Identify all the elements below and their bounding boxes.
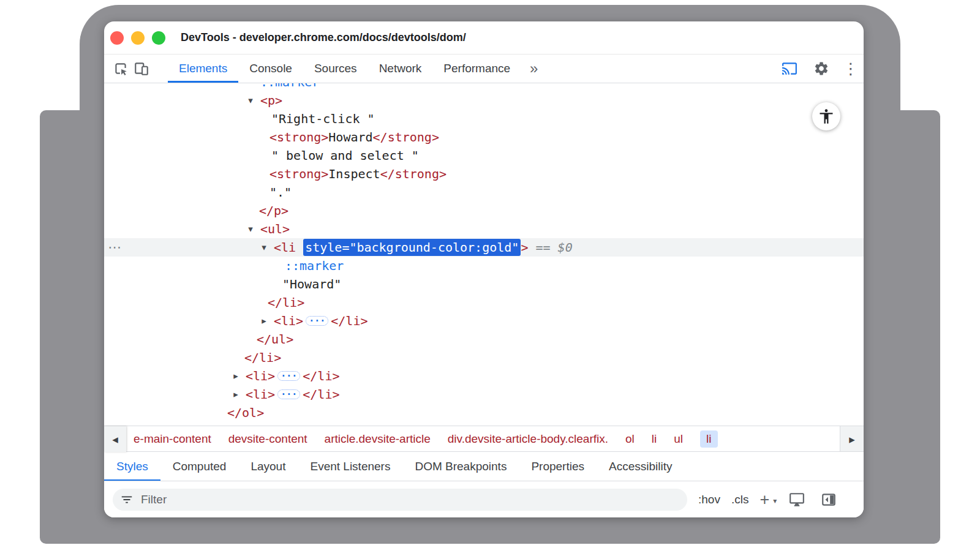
code-segment-text: Inspect bbox=[328, 167, 380, 181]
filter-field[interactable] bbox=[113, 489, 687, 511]
panel-tab-dom-breakpoints[interactable]: DOM Breakpoints bbox=[402, 452, 519, 481]
dom-tree-line[interactable]: ▸<li>···</li> bbox=[104, 312, 864, 330]
breadcrumb-item-div-devsite-article-body-clearfix-[interactable]: div.devsite-article-body.clearfix. bbox=[448, 432, 608, 446]
tab-performance[interactable]: Performance bbox=[432, 54, 521, 83]
code-segment-pseudo: ::marker bbox=[285, 258, 344, 273]
kebab-menu-icon[interactable]: ⋮ bbox=[843, 58, 854, 79]
dom-tree-line[interactable]: </li> bbox=[104, 293, 864, 312]
tab-elements[interactable]: Elements bbox=[168, 54, 238, 83]
breadcrumb-item-ul[interactable]: ul bbox=[674, 432, 683, 446]
dom-tree-line[interactable]: ▾<ul> bbox=[104, 220, 864, 238]
breadcrumb-scroll-left-button[interactable]: ◂ bbox=[104, 426, 126, 452]
devtools-toolbar: ElementsConsoleSourcesNetworkPerformance… bbox=[104, 54, 864, 83]
devtools-tabs: ElementsConsoleSourcesNetworkPerformance bbox=[168, 54, 521, 83]
code-segment-tag: </ol> bbox=[227, 405, 264, 420]
expand-node-ellipsis-button[interactable]: ··· bbox=[277, 371, 300, 381]
code-segment-text: "Right-click " bbox=[271, 111, 375, 126]
screenshot-canvas: DevTools - developer.chrome.com/docs/dev… bbox=[0, 0, 980, 556]
dom-tree-line[interactable]: " below and select " bbox=[104, 146, 864, 165]
row-overflow-menu-icon[interactable]: ⋯ bbox=[108, 238, 122, 257]
code-segment-tag: </li> bbox=[268, 295, 304, 310]
collapse-arrow-icon[interactable]: ▾ bbox=[244, 220, 257, 238]
device-toolbar-icon[interactable] bbox=[131, 58, 152, 79]
code-segment-eq: == bbox=[528, 240, 557, 255]
code-segment-tag: </li> bbox=[303, 387, 339, 402]
dom-tree-line[interactable]: ▸<li>···</li> bbox=[104, 385, 864, 404]
code-segment-text: " below and select " bbox=[271, 148, 419, 163]
new-style-rule-button[interactable]: +▾ bbox=[760, 490, 775, 509]
dom-tree-line[interactable]: ▾<p> bbox=[104, 91, 864, 110]
breadcrumb-item-ol[interactable]: ol bbox=[625, 432, 635, 446]
collapse-arrow-icon[interactable]: ▾ bbox=[244, 91, 257, 110]
code-segment-tag: > bbox=[521, 240, 528, 255]
window-title: DevTools - developer.chrome.com/docs/dev… bbox=[181, 21, 466, 54]
expand-node-ellipsis-button[interactable]: ··· bbox=[277, 389, 300, 399]
screencast-icon[interactable] bbox=[779, 58, 800, 79]
code-segment-tag: <p> bbox=[260, 93, 282, 108]
dom-tree-line-selected[interactable]: ⋯▾<li style="background-color:gold"> == … bbox=[104, 238, 864, 257]
code-segment-tag: </strong> bbox=[380, 167, 447, 181]
maximize-window-button[interactable] bbox=[152, 31, 165, 45]
panel-tab-properties[interactable]: Properties bbox=[519, 452, 597, 481]
dom-tree-line[interactable]: ▸<li>···</li> bbox=[104, 367, 864, 385]
dom-tree-line[interactable]: ::marker bbox=[104, 83, 864, 91]
code-segment-text: "." bbox=[270, 185, 292, 200]
breadcrumb-item-article-devsite-article[interactable]: article.devsite-article bbox=[325, 432, 431, 446]
toggle-element-state-button[interactable]: :hov bbox=[698, 493, 720, 506]
dom-tree-line[interactable]: "." bbox=[104, 183, 864, 201]
panel-tab-layout[interactable]: Layout bbox=[238, 452, 298, 481]
breadcrumb-bar: ◂ e-main-contentdevsite-contentarticle.d… bbox=[104, 426, 864, 452]
dom-tree-line[interactable]: <strong>Howard</strong> bbox=[104, 128, 864, 146]
dom-tree-panel: ::marker▾<p>"Right-click "<strong>Howard… bbox=[104, 83, 864, 426]
code-segment-pseudo: ::marker bbox=[260, 83, 319, 89]
dom-tree: ::marker▾<p>"Right-click "<strong>Howard… bbox=[104, 83, 864, 422]
tab-console[interactable]: Console bbox=[238, 54, 303, 83]
dom-tree-line[interactable]: ::marker bbox=[104, 257, 864, 275]
styles-filter-bar: :hov .cls +▾ bbox=[104, 481, 864, 517]
close-window-button[interactable] bbox=[110, 31, 124, 45]
dom-tree-line[interactable]: </p> bbox=[104, 201, 864, 220]
tab-sources[interactable]: Sources bbox=[303, 54, 368, 83]
expand-arrow-icon[interactable]: ▸ bbox=[230, 367, 242, 385]
dom-tree-line[interactable]: </ul> bbox=[104, 330, 864, 348]
code-segment-tag: <li> bbox=[246, 369, 275, 383]
code-segment-tag: </strong> bbox=[373, 130, 439, 145]
dom-tree-line[interactable]: <strong>Inspect</strong> bbox=[104, 165, 864, 183]
panel-tab-accessibility[interactable]: Accessibility bbox=[597, 452, 684, 481]
new-rule-caret-icon: ▾ bbox=[773, 492, 777, 510]
expand-arrow-icon[interactable]: ▸ bbox=[230, 385, 242, 404]
traffic-lights bbox=[110, 31, 165, 45]
styles-panel-tabs: StylesComputedLayoutEvent ListenersDOM B… bbox=[104, 451, 864, 481]
code-segment-tag: </p> bbox=[259, 203, 288, 218]
more-tabs-chevron[interactable]: » bbox=[521, 54, 546, 83]
code-segment-tag: <strong> bbox=[270, 130, 328, 145]
panel-tab-styles[interactable]: Styles bbox=[104, 452, 160, 481]
panel-tab-event-listeners[interactable]: Event Listeners bbox=[298, 452, 402, 481]
code-segment-tag: <li> bbox=[246, 387, 275, 402]
code-segment-tag: </li> bbox=[244, 350, 281, 365]
code-segment-tag: <ul> bbox=[260, 222, 290, 236]
panel-tab-computed[interactable]: Computed bbox=[160, 452, 239, 481]
toggle-sidebar-icon[interactable] bbox=[818, 489, 839, 510]
minimize-window-button[interactable] bbox=[131, 31, 145, 45]
breadcrumb-item-devsite-content[interactable]: devsite-content bbox=[228, 432, 307, 446]
accessibility-overlay-button[interactable] bbox=[812, 102, 840, 130]
dom-tree-line[interactable]: </ol> bbox=[104, 404, 864, 422]
settings-gear-icon[interactable] bbox=[811, 58, 832, 79]
breadcrumb-item-li[interactable]: li bbox=[652, 432, 657, 446]
expand-arrow-icon[interactable]: ▸ bbox=[258, 312, 270, 330]
code-segment-tag: <li> bbox=[274, 314, 303, 328]
breadcrumb-scroll-right-button[interactable]: ▸ bbox=[840, 426, 864, 452]
filter-input[interactable] bbox=[140, 492, 680, 507]
dom-tree-line[interactable]: </li> bbox=[104, 348, 864, 367]
collapse-arrow-icon[interactable]: ▾ bbox=[258, 238, 270, 257]
expand-node-ellipsis-button[interactable]: ··· bbox=[306, 316, 328, 326]
dom-tree-line[interactable]: "Howard" bbox=[104, 275, 864, 293]
tab-network[interactable]: Network bbox=[368, 54, 433, 83]
breadcrumb-item-e-main-content[interactable]: e-main-content bbox=[134, 432, 211, 446]
element-classes-button[interactable]: .cls bbox=[731, 493, 749, 506]
dom-tree-line[interactable]: "Right-click " bbox=[104, 110, 864, 128]
inspect-element-icon[interactable] bbox=[110, 58, 131, 79]
breadcrumb-item-li[interactable]: li bbox=[700, 430, 717, 448]
rendering-emulations-icon[interactable] bbox=[786, 489, 807, 510]
